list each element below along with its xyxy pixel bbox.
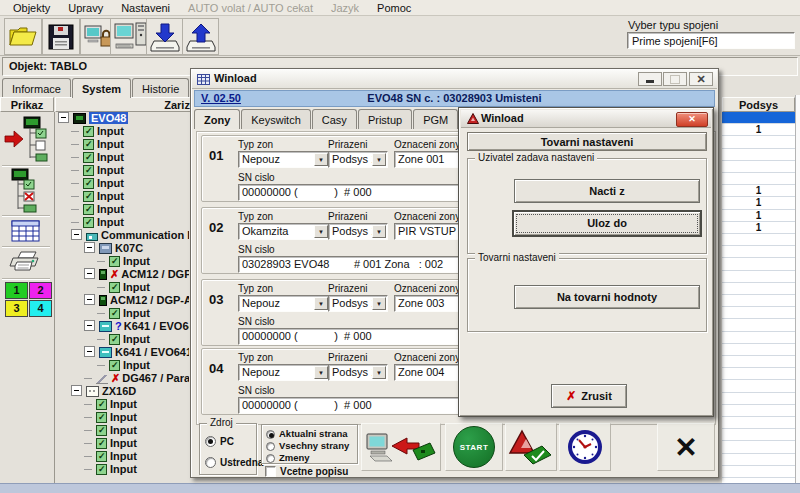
table-row[interactable] — [722, 417, 795, 429]
tree-item-acm12-dgp-a[interactable]: ✗ACM12 / DGP-A — [55, 268, 189, 281]
table-row[interactable]: 1 — [722, 210, 795, 222]
tree-item-input[interactable]: Input — [55, 307, 189, 320]
tree-item-input[interactable]: Input — [55, 281, 189, 294]
tree-item-input[interactable]: Input — [55, 255, 189, 268]
tree-expander-icon[interactable] — [84, 294, 95, 305]
dropdown-arrow-icon[interactable]: ▼ — [314, 297, 328, 310]
send-programming-button[interactable] — [182, 18, 219, 55]
partition-1-button[interactable]: 1 — [5, 282, 28, 299]
tree-item-input[interactable]: Input — [55, 151, 189, 164]
tree-item-input[interactable]: Input — [55, 450, 189, 463]
tree-item-input[interactable]: Input — [55, 125, 189, 138]
table-row[interactable] — [722, 234, 795, 246]
table-row[interactable] — [722, 271, 795, 283]
main-dialog-titlebar[interactable]: Winload ✕ — [192, 70, 717, 89]
tree-item-k07c[interactable]: K07C — [55, 242, 189, 255]
tree-expander-icon[interactable] — [84, 268, 95, 279]
table-row[interactable] — [722, 161, 795, 173]
tree-expander-icon[interactable] — [71, 385, 82, 396]
tree-item-input[interactable]: Input — [55, 424, 189, 437]
include-labels-checkbox[interactable] — [265, 466, 276, 477]
tab-historie[interactable]: Historie — [132, 78, 189, 98]
tree-item-evo48[interactable]: EVO48 — [55, 112, 189, 125]
tree-expander-icon[interactable] — [71, 229, 82, 240]
table-row[interactable] — [722, 136, 795, 148]
menu-nastaveni[interactable]: Nastaveni — [112, 1, 179, 15]
tree-item-input[interactable]: Input — [55, 437, 189, 450]
table-row[interactable] — [722, 295, 795, 307]
modal-titlebar[interactable]: Winload ✕ — [461, 110, 711, 128]
table-row[interactable] — [722, 380, 795, 392]
tree-item-input[interactable]: Input — [55, 203, 189, 216]
zone-type-select[interactable]: Nepouz▼ — [238, 364, 330, 381]
tab-keyswitch[interactable]: Keyswitch — [241, 109, 311, 129]
table-row[interactable]: 1 — [722, 185, 795, 197]
radio-pc-icon[interactable] — [205, 436, 216, 447]
tree-item-input[interactable]: Input — [55, 463, 189, 476]
tree-item-communication-bus[interactable]: Communication Bus — [55, 229, 189, 242]
open-object-button[interactable] — [4, 18, 42, 55]
radio-zmeny-icon[interactable] — [266, 454, 275, 463]
table-row[interactable] — [722, 246, 795, 258]
menu-objekty[interactable]: Objekty — [4, 1, 59, 15]
load-from-button[interactable]: Nacti z — [514, 179, 700, 203]
factory-defaults-button[interactable]: Na tovarni hodnoty — [514, 285, 700, 309]
radio-aktualni-icon[interactable] — [266, 430, 275, 439]
tree-item-dg467-parado[interactable]: ✗DG467 / Parado — [55, 372, 189, 385]
table-row[interactable] — [722, 283, 795, 295]
table-row[interactable]: 1 — [722, 124, 795, 136]
start-button[interactable]: START — [445, 423, 503, 471]
radio-ustredna-icon[interactable] — [205, 457, 216, 468]
zone-type-select[interactable]: Nepouz▼ — [238, 295, 330, 312]
include-labels-checkbox-row[interactable]: Vcetne popisu — [265, 466, 348, 477]
table-row[interactable] — [722, 307, 795, 319]
dropdown-arrow-icon[interactable]: ▼ — [314, 153, 328, 166]
modal-close-button[interactable]: ✕ — [676, 112, 708, 127]
dropdown-arrow-icon[interactable]: ▼ — [372, 366, 386, 379]
radio-zmeny[interactable]: Zmeny — [266, 452, 310, 463]
table-row[interactable] — [722, 466, 795, 478]
tree-item-input[interactable]: Input — [55, 216, 189, 229]
table-row[interactable] — [722, 173, 795, 185]
tree-item-input[interactable]: Input — [55, 333, 189, 346]
tree-item-input[interactable]: Input — [55, 138, 189, 151]
radio-pc[interactable]: PC — [205, 436, 234, 447]
table-row[interactable] — [722, 356, 795, 368]
send-to-panel-button[interactable] — [505, 423, 557, 471]
connect-panel-button[interactable] — [4, 116, 50, 166]
table-row[interactable]: 1 — [722, 197, 795, 209]
partition-4-button[interactable]: 4 — [29, 300, 52, 317]
dropdown-arrow-icon[interactable]: ▼ — [372, 225, 386, 238]
zone-partition-select[interactable]: Podsys 1▼ — [328, 295, 388, 312]
dropdown-arrow-icon[interactable]: ▼ — [372, 153, 386, 166]
radio-vsechny-strany[interactable]: Vsechny strany — [266, 440, 349, 451]
radio-vsechny-icon[interactable] — [266, 442, 275, 451]
tree-item-input[interactable]: Input — [55, 164, 189, 177]
receive-from-panel-button[interactable] — [361, 423, 441, 471]
tab-informace[interactable]: Informace — [2, 78, 71, 98]
zone-partition-select[interactable]: Podsys 1▼ — [328, 364, 388, 381]
table-row[interactable] — [722, 368, 795, 380]
radio-aktualni-strana[interactable]: Aktualni strana — [266, 428, 348, 439]
tree-expander-icon[interactable] — [84, 320, 95, 331]
dropdown-arrow-icon[interactable]: ▼ — [314, 366, 328, 379]
dropdown-arrow-icon[interactable]: ▼ — [372, 297, 386, 310]
table-row[interactable] — [722, 112, 795, 124]
table-row[interactable] — [722, 429, 795, 441]
tree-expander-icon[interactable] — [84, 242, 95, 253]
partition-3-button[interactable]: 3 — [5, 300, 28, 317]
table-row[interactable] — [722, 149, 795, 161]
tab-zony[interactable]: Zony — [194, 109, 240, 129]
tree-item-input[interactable]: Input — [55, 359, 189, 372]
close-button[interactable]: ✕ — [689, 72, 713, 86]
table-row[interactable] — [722, 393, 795, 405]
table-row[interactable]: 1 — [722, 222, 795, 234]
menu-pomoc[interactable]: Pomoc — [368, 1, 420, 15]
zone-type-select[interactable]: Nepouz▼ — [238, 151, 330, 168]
table-row[interactable] — [722, 332, 795, 344]
zone-partition-select[interactable]: Podsys 1▼ — [328, 151, 388, 168]
partition-2-button[interactable]: 2 — [29, 282, 52, 299]
zone-partition-select[interactable]: Podsys 1▼ — [328, 223, 388, 240]
table-row[interactable] — [722, 319, 795, 331]
cancel-button[interactable]: ✗Zrusit — [551, 384, 627, 408]
